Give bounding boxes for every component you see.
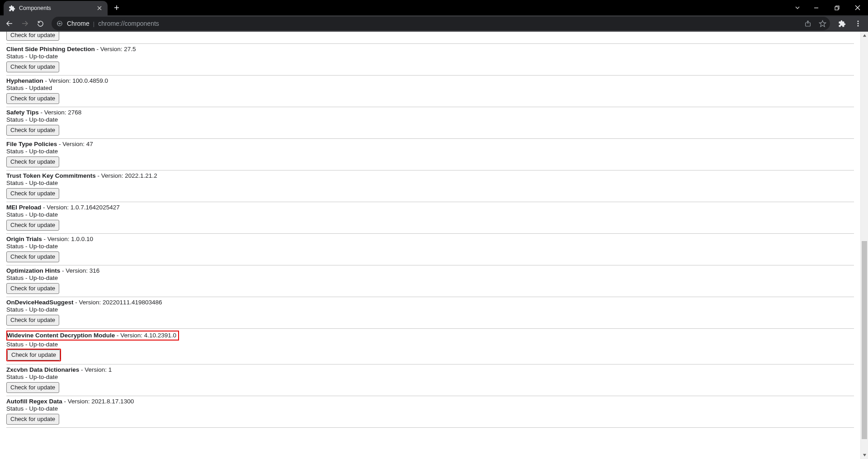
svg-marker-18 (863, 34, 866, 37)
component-row: Optimization Hints - Version: 316Status … (6, 265, 854, 297)
component-name: Hyphenation (6, 77, 43, 84)
window-controls (789, 0, 868, 15)
component-row: Autofill Regex Data - Version: 2021.8.17… (6, 396, 854, 428)
component-name: Zxcvbn Data Dictionaries (6, 366, 79, 373)
component-status: Status - Updated (6, 85, 854, 91)
component-name: Trust Token Key Commitments (6, 172, 96, 179)
scroll-down-arrow[interactable] (861, 451, 868, 459)
component-version: - Version: 2768 (39, 109, 82, 116)
component-version: - Version: 316 (60, 267, 99, 274)
component-name: Optimization Hints (6, 267, 60, 274)
component-name: Autofill Regex Data (6, 398, 62, 405)
component-row: Client Side Phishing Detection - Version… (6, 44, 854, 76)
component-header: Autofill Regex Data - Version: 2021.8.17… (6, 398, 854, 405)
content-area: Check for updateClient Side Phishing Det… (0, 32, 868, 459)
svg-rect-5 (835, 7, 838, 10)
component-name: File Type Policies (6, 141, 57, 147)
component-version: - Version: 4.10.2391.0 (115, 332, 176, 339)
component-header: OnDeviceHeadSuggest - Version: 20220111.… (6, 299, 854, 306)
check-for-update-button[interactable]: Check for update (6, 283, 59, 294)
component-header: Trust Token Key Commitments - Version: 2… (6, 172, 854, 179)
svg-point-16 (857, 23, 859, 24)
component-status: Status - Up-to-date (6, 116, 854, 123)
component-header: Client Side Phishing Detection - Version… (6, 46, 854, 52)
address-bar[interactable]: Chrome | chrome://components (52, 17, 830, 30)
component-status: Status - Up-to-date (6, 180, 854, 186)
browser-titlebar: Components (0, 0, 868, 15)
check-for-update-button[interactable]: Check for update (6, 414, 59, 425)
component-status: Status - Up-to-date (6, 306, 854, 313)
check-for-update-button[interactable]: Check for update (7, 350, 60, 360)
component-status: Status - Up-to-date (6, 53, 854, 60)
browser-menu-button[interactable] (851, 16, 865, 31)
component-row: Hyphenation - Version: 100.0.4859.0Statu… (6, 76, 854, 107)
svg-point-15 (857, 20, 859, 22)
site-info-icon[interactable] (56, 20, 63, 27)
component-name: Widevine Content Decryption Module (7, 332, 115, 339)
new-tab-button[interactable] (110, 0, 123, 15)
component-version: - Version: 100.0.4859.0 (43, 77, 108, 84)
close-window-button[interactable] (847, 0, 868, 15)
highlight-box: Widevine Content Decryption Module - Ver… (6, 331, 179, 341)
share-icon[interactable] (804, 19, 812, 28)
forward-button[interactable] (18, 17, 32, 30)
bookmark-star-icon[interactable] (818, 19, 826, 28)
back-button[interactable] (3, 17, 16, 30)
url-separator: | (93, 20, 94, 27)
svg-point-17 (857, 25, 859, 26)
component-version: - Version: 1.0.0.10 (42, 236, 93, 242)
check-for-update-button[interactable]: Check for update (6, 62, 59, 72)
component-version: - Version: 1.0.7.1642025427 (41, 204, 119, 211)
check-for-update-button[interactable]: Check for update (6, 32, 59, 41)
url-text: chrome://components (98, 20, 159, 27)
component-name: Origin Trials (6, 236, 42, 242)
check-for-update-button[interactable]: Check for update (6, 251, 59, 262)
component-status: Status - Up-to-date (6, 211, 854, 218)
component-version: - Version: 2022.1.21.2 (96, 172, 157, 179)
component-version: - Version: 47 (57, 141, 93, 147)
check-for-update-button[interactable]: Check for update (6, 156, 59, 167)
component-header: MEI Preload - Version: 1.0.7.1642025427 (6, 204, 854, 211)
tab-search-button[interactable] (789, 5, 806, 11)
check-for-update-button[interactable]: Check for update (6, 382, 59, 393)
tab-title: Components (19, 5, 92, 11)
component-header: Hyphenation - Version: 100.0.4859.0 (6, 77, 854, 84)
component-status: Status - Up-to-date (6, 341, 854, 348)
maximize-window-button[interactable] (826, 0, 847, 15)
component-status: Status - Up-to-date (6, 148, 854, 155)
check-for-update-button[interactable]: Check for update (6, 125, 59, 136)
browser-tab[interactable]: Components (4, 1, 108, 15)
component-header: File Type Policies - Version: 47 (6, 141, 854, 147)
check-for-update-button[interactable]: Check for update (6, 315, 59, 326)
minimize-window-button[interactable] (806, 0, 826, 15)
scroll-thumb[interactable] (862, 241, 867, 439)
component-version: - Version: 2021.8.17.1300 (62, 398, 134, 405)
component-header: Safety Tips - Version: 2768 (6, 109, 854, 116)
component-name: MEI Preload (6, 204, 41, 211)
vertical-scrollbar[interactable] (860, 32, 868, 459)
component-row: Safety Tips - Version: 2768Status - Up-t… (6, 107, 854, 139)
component-status: Status - Up-to-date (6, 274, 854, 281)
check-for-update-button[interactable]: Check for update (6, 93, 59, 104)
component-row: OnDeviceHeadSuggest - Version: 20220111.… (6, 297, 854, 329)
component-version: - Version: 27.5 (95, 46, 136, 52)
close-tab-button[interactable] (96, 5, 103, 12)
component-status: Status - Up-to-date (6, 243, 854, 250)
extensions-button[interactable] (835, 16, 849, 31)
component-row: File Type Policies - Version: 47Status -… (6, 139, 854, 170)
component-row: Check for update (6, 32, 854, 44)
component-version: - Version: 20220111.419803486 (74, 299, 162, 306)
scroll-up-arrow[interactable] (861, 32, 868, 39)
scroll-track[interactable] (861, 39, 868, 451)
component-header: Origin Trials - Version: 1.0.0.10 (6, 236, 854, 242)
component-name: OnDeviceHeadSuggest (6, 299, 74, 306)
component-row: Origin Trials - Version: 1.0.0.10Status … (6, 234, 854, 265)
component-version: - Version: 1 (79, 366, 112, 373)
reload-button[interactable] (33, 17, 47, 30)
component-header: Widevine Content Decryption Module - Ver… (6, 331, 854, 341)
svg-marker-14 (819, 20, 826, 26)
check-for-update-button[interactable]: Check for update (6, 188, 59, 199)
url-scheme: Chrome (67, 20, 90, 27)
check-for-update-button[interactable]: Check for update (6, 220, 59, 231)
component-row: Widevine Content Decryption Module - Ver… (6, 329, 854, 364)
